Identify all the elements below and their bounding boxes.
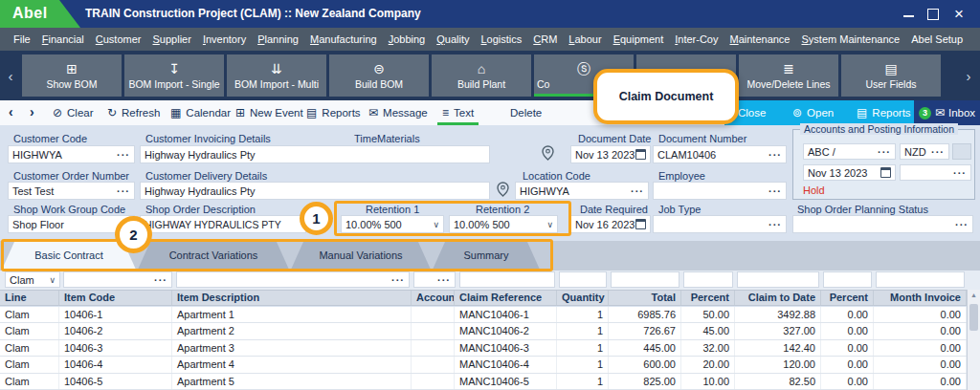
menu-item[interactable]: Jobbing	[383, 28, 432, 51]
ellipsis-button[interactable]	[931, 146, 945, 158]
posting-date-field[interactable]: Nov 13 2023	[803, 164, 896, 181]
scroll-up-icon[interactable]	[968, 292, 980, 298]
document-number-field[interactable]: CLAM10406	[653, 145, 787, 163]
filter-quantity[interactable]	[559, 271, 607, 288]
ellipsis-button[interactable]	[878, 146, 891, 158]
column-header[interactable]: Item Description	[172, 291, 412, 305]
posting-extra-field[interactable]	[900, 164, 971, 181]
filter-claim-to-date[interactable]	[737, 271, 819, 288]
ellipsis-button[interactable]	[768, 219, 782, 230]
table-row[interactable]: Clam10406-2Apartment 2MANC10406-21726.67…	[0, 323, 967, 339]
chevron-down-icon[interactable]	[546, 220, 553, 229]
ellipsis-button[interactable]	[437, 274, 451, 286]
tab[interactable]: Contract Variations	[138, 242, 289, 270]
menu-item[interactable]: Maintenance	[724, 28, 795, 51]
column-header[interactable]: Total	[609, 291, 681, 305]
column-header[interactable]: Month Invoice	[874, 291, 967, 305]
ellipsis-button[interactable]	[768, 149, 782, 161]
account-company-field[interactable]: ABC /	[803, 143, 896, 160]
ellipsis-button[interactable]	[154, 274, 167, 286]
job-type-field[interactable]	[653, 215, 787, 233]
ribbon-scroll-left-icon[interactable]	[0, 51, 21, 100]
filter-total[interactable]	[611, 271, 679, 288]
ellipsis-button[interactable]	[631, 185, 644, 197]
ellipsis-button[interactable]	[953, 167, 967, 179]
column-header[interactable]: Quantity	[557, 291, 609, 305]
menu-item[interactable]: Quality	[431, 28, 475, 51]
toolbar-button[interactable]: ✉ Message	[364, 100, 433, 125]
toolbar-button[interactable]: ▦ Calendar	[166, 100, 235, 125]
tab[interactable]: Basic Contract	[2, 242, 136, 270]
customer-order-number-field[interactable]: Test Test	[8, 182, 135, 200]
chevron-down-icon[interactable]	[433, 220, 439, 229]
line-type-select[interactable]: Clam	[5, 271, 60, 288]
column-header[interactable]: Claim Reference	[455, 291, 557, 305]
column-header[interactable]: Claim to Date	[735, 291, 821, 305]
menu-item[interactable]: Equipment	[608, 28, 670, 51]
filter-claim-reference[interactable]	[459, 271, 555, 288]
table-row[interactable]: Clam10406-3Apartment 3MANC10406-31445.00…	[0, 340, 967, 357]
ribbon-button[interactable]: ⊞ Show BOM	[22, 54, 122, 97]
shop-order-description-field[interactable]: HIGHWAY HYDRAULICS PTY	[140, 215, 306, 233]
ribbon-button[interactable]: ↧ BOM Import - Single	[124, 54, 224, 97]
menu-item[interactable]: Inventory	[197, 28, 252, 51]
menu-item[interactable]: Inter-Coy	[669, 28, 724, 51]
location-code-field[interactable]: HIGHWYA	[515, 182, 649, 200]
table-row[interactable]: Clam10406-4Apartment 4MANC10406-41600.00…	[0, 357, 967, 373]
toolbar-button[interactable]: ⊘ Clear	[48, 100, 99, 125]
tab[interactable]: Manual Variations	[291, 242, 431, 270]
customer-invoicing-field[interactable]: Highway Hydraulics Pty	[140, 145, 490, 163]
column-header[interactable]: Account	[412, 291, 455, 305]
tab[interactable]: Summary	[433, 242, 540, 270]
menu-item[interactable]: File	[8, 28, 36, 51]
ribbon-button[interactable]: ⌂ Build Plant	[432, 54, 531, 97]
close-icon[interactable]	[951, 7, 967, 21]
chevron-down-icon[interactable]	[49, 275, 56, 285]
column-header[interactable]: Line	[0, 291, 59, 305]
filter-month-invoice[interactable]	[876, 271, 965, 288]
employee-field[interactable]	[653, 182, 787, 200]
customer-delivery-field[interactable]: Highway Hydraulics Pty	[140, 182, 490, 200]
retention1-select[interactable]: 10.00% 500	[341, 215, 444, 233]
date-required-field[interactable]: Nov 16 2023	[570, 215, 651, 233]
calendar-picker-icon[interactable]	[635, 219, 646, 229]
maximize-icon[interactable]	[925, 7, 941, 21]
toolbar-button[interactable]: ▤ Reports	[301, 100, 366, 125]
menu-item[interactable]: Planning	[252, 28, 304, 51]
filter-percent2[interactable]	[823, 271, 872, 288]
toolbar-button[interactable]: ↻ Refresh	[102, 100, 165, 125]
filter-account[interactable]	[413, 271, 456, 288]
filter-percent[interactable]	[683, 271, 733, 288]
menu-item[interactable]: Supplier	[147, 28, 197, 51]
currency-field[interactable]: NZD	[900, 143, 949, 160]
ellipsis-button[interactable]	[768, 185, 782, 197]
table-row[interactable]: Clam10406-5Apartment 5MANC10406-51825.00…	[0, 374, 967, 390]
menu-item[interactable]: Financial	[36, 28, 90, 51]
location-pin-icon[interactable]	[542, 145, 554, 161]
location-pin-icon[interactable]	[497, 182, 509, 197]
menu-item[interactable]: Customer	[90, 28, 147, 51]
ribbon-button[interactable]: ⇊ BOM Import - Multi	[227, 54, 326, 97]
inbox-button[interactable]: 3 Inbox	[914, 100, 980, 125]
column-header[interactable]: Percent	[821, 291, 874, 305]
menu-item[interactable]: CRM	[527, 28, 563, 51]
ellipsis-button[interactable]	[117, 149, 130, 161]
toolbar-status-button[interactable]: ▤ Reports	[852, 100, 916, 125]
toolbar-button[interactable]: Delete	[501, 100, 546, 125]
menu-item[interactable]: Manufacturing	[304, 28, 383, 51]
customer-code-field[interactable]: HIGHWYA	[8, 145, 135, 163]
menu-item[interactable]: Logistics	[475, 28, 527, 51]
ellipsis-button[interactable]	[955, 219, 969, 230]
scrollbar-thumb[interactable]	[969, 304, 978, 331]
ribbon-button[interactable]: ▤ User Fields	[841, 54, 941, 97]
toolbar-button[interactable]: ≡ Text	[437, 100, 479, 125]
filter-description[interactable]	[176, 271, 410, 288]
menu-item[interactable]: Labour	[563, 28, 607, 51]
retention2-select[interactable]: 10.00% 500	[449, 215, 558, 233]
menu-item[interactable]: System Maintenance	[795, 28, 905, 51]
table-row[interactable]: Clam10406-1Apartment 1MANC10406-116985.7…	[0, 307, 967, 323]
minimize-icon[interactable]	[902, 7, 917, 21]
planning-status-field[interactable]	[792, 215, 973, 233]
menu-item[interactable]: Abel Setup	[905, 28, 969, 51]
column-header[interactable]: Item Code	[59, 291, 172, 305]
